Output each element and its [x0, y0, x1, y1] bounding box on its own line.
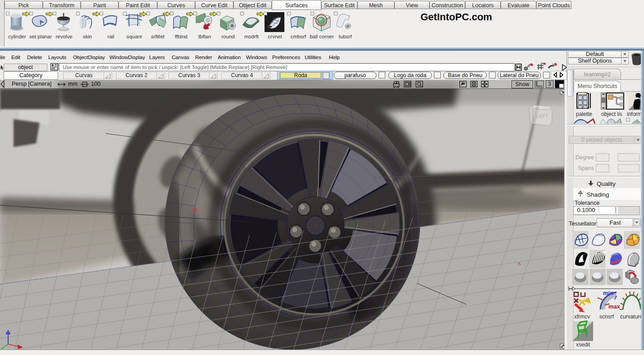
svg-text:xsedit: xsedit — [576, 341, 590, 348]
svg-text:curvature: curvature — [620, 314, 643, 320]
svg-text:xfrmcv: xfrmcv — [574, 314, 590, 320]
svg-text:LEFT: LEFT — [536, 113, 548, 119]
svg-text:min: min — [603, 290, 613, 296]
svg-text:scnsrf: scnsrf — [599, 314, 614, 320]
svg-text:max: max — [608, 303, 621, 310]
